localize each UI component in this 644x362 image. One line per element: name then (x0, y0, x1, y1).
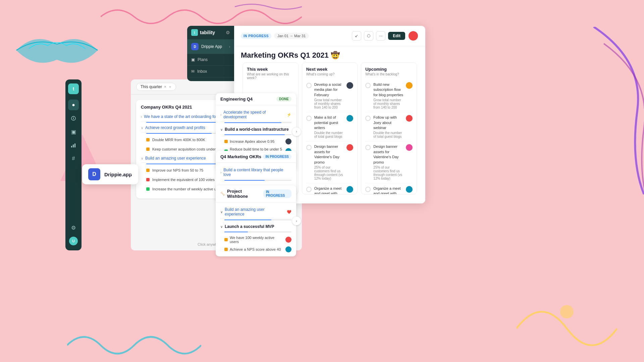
task-item[interactable]: Design banner assets for Valentine's Day… (306, 141, 354, 183)
sidebar-chart-icon[interactable] (68, 140, 79, 150)
mkt-card-title: Q4 Marketing OKRs (220, 154, 261, 159)
svg-rect-6 (73, 144, 74, 147)
task-text: Build new subscription flow for blog pro… (373, 82, 403, 98)
task-item[interactable]: Make a list of potential guest writers D… (306, 112, 354, 141)
mkt-objective-row[interactable]: › Build a content library that people lo… (220, 166, 291, 179)
sidebar-home-icon[interactable]: ● (68, 100, 79, 110)
task-avatar (346, 82, 353, 89)
chevron-expand-icon: ∨ (220, 128, 223, 131)
mini-nav-inbox[interactable]: ✉ Inbox (187, 66, 234, 77)
progress-fill (224, 220, 271, 220)
wish-card-header: 🦴 Project Wishbone IN PROGRESS (216, 185, 296, 202)
task-sub: Double the number of total guest blogs (373, 131, 403, 138)
progress-bar (224, 180, 291, 181)
task-avatar (406, 144, 413, 151)
arrow-connector: → (126, 170, 133, 178)
sidebar-plans-icon[interactable]: ▣ (68, 126, 79, 137)
wish-card-body: ∨ Build an amazing user experience ❤️ ∨ … (216, 202, 296, 256)
svg-rect-5 (71, 146, 72, 147)
task-content: Make a list of potential guest writers D… (314, 115, 344, 138)
progress-fill (224, 122, 281, 123)
wish-card-title: Project Wishbone (227, 189, 263, 199)
svg-rect-4 (73, 118, 74, 119)
wish-objective-row[interactable]: ∨ Launch a successful MVP (220, 222, 291, 231)
tability-mini-header: t tability ⚙ (187, 26, 234, 40)
filter-section: This quarter × ▼ (136, 83, 176, 91)
task-sub: 25% of our customers find us through con… (373, 166, 403, 180)
eng-objective-row[interactable]: ∨ Build a world-class infrastructure (220, 125, 291, 134)
sidebar-notifications-icon[interactable] (68, 113, 79, 124)
header-actions: ↙ ⬡ ··· Edit (352, 31, 419, 41)
app-logo-icon[interactable]: t (68, 83, 79, 94)
task-sub: Grow total number of monthly shares from… (314, 98, 344, 109)
user-avatar (408, 31, 419, 41)
svg-point-3 (73, 117, 74, 118)
task-sub: 25% of our customers find us through con… (314, 166, 344, 180)
drippie-logo: D (88, 168, 100, 180)
wish-objective-row[interactable]: ∨ Build an amazing user experience ❤️ (220, 205, 291, 219)
yellow-decoration (517, 295, 617, 362)
task-item[interactable]: Develop a social media plan for February… (306, 79, 354, 112)
wishbone-emoji: 🦴 (220, 191, 225, 196)
chevron-icon: › (229, 45, 230, 49)
heart-icon: ❤️ (287, 210, 291, 214)
expand-btn[interactable]: › (292, 127, 301, 136)
task-text: Organize a meet and greet with famous In… (373, 186, 403, 194)
task-item[interactable]: Organize a meet and greet with famous In… (365, 183, 413, 194)
kr-row: Achieve a NPS score above 40 (220, 245, 291, 254)
remove-filter-btn[interactable]: × (164, 84, 166, 89)
task-content: Organize a meet and greet with famous In… (314, 186, 344, 194)
task-text: Organize a meet and greet with famous In… (314, 186, 344, 194)
next-week-subtitle: What's coming up? (306, 72, 354, 76)
next-week-panel: Next week What's coming up? Develop a so… (302, 62, 358, 194)
kr-avatar (285, 246, 291, 252)
task-item[interactable]: Design banner assets for Valentine's Day… (365, 141, 413, 183)
task-item[interactable]: Follow up with Joey about webinar Double… (365, 112, 413, 141)
kr-avatar (285, 138, 291, 144)
page-title: Marketing OKRs Q1 2021 🤠 (234, 46, 425, 62)
kr-status-icon (146, 169, 150, 172)
share-btn[interactable]: ⬡ (364, 31, 373, 41)
org-icon: D (191, 43, 199, 50)
this-week-title: This week (247, 67, 294, 72)
mini-nav-drippie[interactable]: D Drippie App › (187, 40, 234, 54)
task-avatar (406, 82, 413, 89)
mkt-objective-text: Build a content library that people love (223, 168, 291, 177)
mini-nav-plans[interactable]: ▣ Plans (187, 54, 234, 66)
svg-rect-7 (74, 143, 75, 147)
wish-objective-text: Launch a successful MVP (225, 224, 291, 229)
settings-icon[interactable]: ⚙ (226, 30, 230, 35)
chevron-icon: › (141, 115, 142, 119)
task-checkbox (365, 83, 371, 88)
in-progress-badge: IN PROGRESS (241, 33, 271, 39)
chevron-expand-icon: ∨ (141, 126, 143, 130)
kr-text: We have 100 weekly active users (230, 236, 283, 244)
sidebar-settings-icon[interactable]: ⚙ (68, 222, 79, 233)
kr-status-icon (146, 147, 150, 151)
task-item[interactable]: Build new subscription flow for blog pro… (365, 79, 413, 112)
export-btn[interactable]: ↙ (352, 31, 361, 41)
task-checkbox (365, 145, 371, 150)
tability-main-header: IN PROGRESS Jan 01 → Mar 31 ↙ ⬡ ··· Edit (234, 26, 425, 46)
status-section: IN PROGRESS Jan 01 → Mar 31 (241, 33, 309, 39)
task-avatar (346, 115, 353, 122)
expand-btn[interactable]: › (292, 217, 301, 225)
eng-card-title: Engineering Q4 (220, 97, 253, 102)
task-item[interactable]: Organize a meet and greet with famous In… (306, 183, 354, 194)
progress-fill (224, 180, 265, 181)
edit-btn[interactable]: Edit (388, 32, 405, 40)
task-sub: Grow total number of monthly shares from… (373, 98, 403, 109)
task-avatar (346, 186, 353, 193)
eng-objective-row[interactable]: › Accelerate the speed of development ⚡ (220, 108, 291, 122)
tability-logo-icon: t (191, 29, 198, 36)
wish-objective-text: Build an amazing user experience (225, 207, 285, 217)
green-squiggle (67, 295, 201, 362)
quarter-filter[interactable]: This quarter × ▼ (136, 83, 176, 91)
task-content: Design banner assets for Valentine's Day… (373, 144, 403, 180)
kr-icon (224, 140, 228, 143)
kr-status-icon (146, 178, 150, 181)
sidebar-hash-icon[interactable]: # (68, 153, 79, 164)
sidebar-profile-icon[interactable]: U (68, 236, 79, 246)
more-btn[interactable]: ··· (376, 31, 385, 41)
task-checkbox (365, 116, 371, 121)
